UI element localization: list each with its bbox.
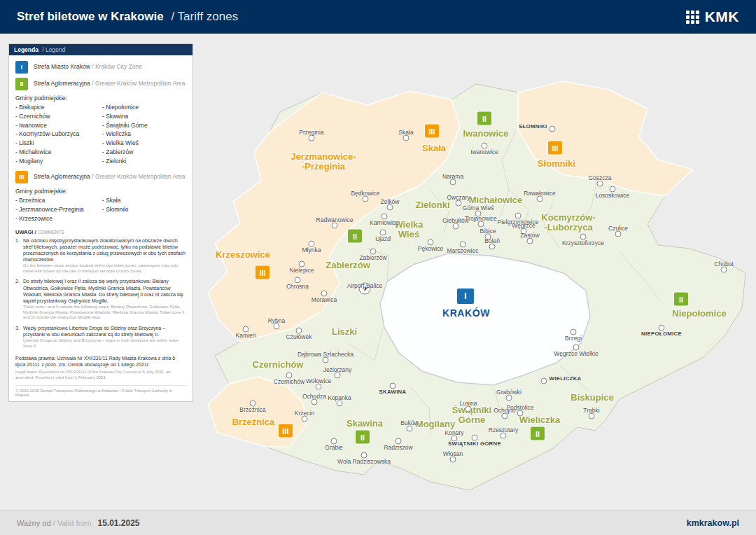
town-label: Włosan	[443, 450, 463, 457]
municipality-item: Wielka Wieś	[102, 139, 186, 148]
town-marker: SŁOMNIKI	[550, 126, 556, 132]
town-marker: NIEPOŁOMICE	[659, 325, 665, 331]
town-dot-icon	[541, 378, 547, 384]
town-label: WIELICZKA	[550, 375, 582, 382]
town-dot-icon	[550, 126, 556, 132]
town-label: Owczary	[447, 194, 470, 201]
town-marker: Podstolice	[517, 410, 524, 417]
zone-2-municipalities: BiskupiceCzernichówIwanowiceKocmyrzów-Lu…	[15, 103, 186, 165]
legend-title-pl: Legenda	[14, 46, 38, 53]
town-label: Chrosna	[286, 283, 309, 290]
town-marker: Włosan	[450, 457, 456, 463]
zone-label: Wieliczka	[519, 415, 560, 425]
town-dot-icon	[309, 135, 315, 141]
town-dot-icon	[721, 267, 727, 273]
zone-badge: III	[425, 125, 439, 138]
town-marker: Łososkowice	[610, 186, 616, 193]
town-dot-icon	[323, 357, 329, 363]
town-label: Airport Balice	[347, 282, 383, 289]
zone-3-municipalities: BrzeźnicaJerzmanowice-PrzeginiaKrzeszowi…	[15, 196, 186, 223]
zone-label: Słomniki	[538, 159, 575, 169]
zone-badge: II	[531, 427, 545, 440]
town-marker: Zabierzów	[370, 249, 377, 255]
town-marker: Goszcza	[597, 181, 603, 187]
town-marker: Rybna	[274, 324, 280, 330]
legend-panel: Legenda / Legend I Strefa Miasto Kraków …	[8, 43, 193, 402]
zone-label: Mogilany	[416, 419, 455, 429]
town-label: Pękowice	[418, 245, 443, 252]
comments-title: UWAGI / COMMENTS	[15, 229, 186, 235]
page-title-en: / Tariff zones	[171, 10, 238, 23]
zone-3-name: Strefa Aglomeracyjna / Greater Kraków Me…	[34, 171, 185, 181]
town-dot-icon	[597, 181, 603, 187]
town-label: Narama	[442, 173, 463, 180]
town-dot-icon	[312, 399, 318, 405]
town-label: Karniowice	[370, 219, 399, 226]
town-marker: Owczary	[456, 200, 462, 207]
town-dot-icon	[500, 433, 507, 439]
town-label: Zabierzów	[359, 254, 386, 261]
zone-label: Świątniki Górne	[452, 405, 491, 426]
zone-2-col-2: NiepołomiceSkawinaŚwiątniki GórneWielicz…	[102, 103, 186, 165]
town-label: Chobot	[714, 260, 733, 268]
town-label: Buków	[400, 419, 419, 426]
header-bar: Stref biletowe w Krakowie / Tariff zones…	[0, 0, 756, 34]
town-label: Będkowice	[351, 190, 379, 197]
municipality-item: Zabierzów	[102, 148, 186, 157]
town-dot-icon	[506, 395, 512, 401]
town-label: Przeginia	[299, 129, 323, 136]
municipality-item: Jerzmanowice-Przeginia	[15, 205, 99, 214]
town-label: Marszowiec	[447, 247, 479, 254]
town-marker: Będkowice	[363, 196, 369, 202]
zone-label: Zielonki	[415, 200, 449, 210]
zone-label: KRAKÓW	[442, 308, 490, 319]
town-marker: Krzysztoforzyce	[580, 234, 587, 240]
website-link[interactable]: kmkrakow.pl	[687, 518, 739, 528]
town-dot-icon	[527, 238, 533, 244]
town-label: Górna Wieś	[463, 204, 494, 211]
town-label: Skała	[398, 129, 413, 136]
town-marker: Węgrzce Wielkie	[573, 345, 580, 351]
municipality-item: Świątniki Górne	[102, 121, 186, 130]
town-label: Zastów	[520, 232, 539, 239]
town-dot-icon	[502, 413, 508, 419]
town-label: Wola Radziszowska	[337, 458, 391, 465]
town-marker: Rzeszotary	[500, 433, 507, 439]
town-label: Grabie	[325, 444, 343, 451]
zone-1-name: Strefa Miasto Kraków / Kraków City Zone	[34, 61, 142, 71]
town-label: Czułówek	[286, 333, 312, 340]
town-dot-icon	[450, 457, 456, 463]
town-label: Podstolice	[506, 404, 533, 411]
town-label: Młynka	[302, 246, 321, 253]
town-label: Rzeszotary	[489, 426, 519, 433]
town-label: Bibice	[479, 228, 496, 235]
town-marker: Wołowice	[316, 384, 322, 390]
town-label: Łososkowice	[596, 192, 630, 199]
town-label: NIEPOŁOMICE	[641, 331, 682, 337]
town-marker: Buków	[407, 426, 413, 432]
town-label: Iwanowice	[470, 148, 498, 155]
town-dot-icon	[363, 196, 369, 202]
town-dot-icon	[337, 401, 343, 407]
town-marker: ŚWIĄTNIKI GÓRNE	[472, 435, 478, 441]
town-label: Brzegi	[565, 335, 582, 342]
legend-body: I Strefa Miasto Kraków / Kraków City Zon…	[9, 55, 192, 401]
zone-label: Kocmyrzów- -Luborzyca	[541, 213, 595, 233]
town-marker: Radziszów	[396, 438, 402, 445]
town-marker: Trąbki	[589, 413, 595, 419]
zone-label: Iwanowice	[463, 129, 508, 139]
zone-label: Jerzmanowice- -Przeginia	[290, 152, 356, 172]
town-label: Węgrzce	[512, 222, 536, 229]
municipality-item: Czernichów	[15, 112, 99, 121]
kmk-logo-icon	[686, 11, 699, 24]
municipality-item: Krzeszowice	[15, 214, 99, 223]
town-marker: Brzegi	[570, 329, 577, 335]
town-label: Rawałowice	[524, 190, 555, 197]
town-marker: Czulice	[615, 231, 622, 237]
town-marker: Narama	[450, 179, 456, 186]
zone-label: Skała	[422, 144, 446, 153]
town-dot-icon	[302, 416, 308, 422]
legend-header: Legenda / Legend	[9, 44, 192, 55]
legend-zone-2: II Strefa Aglomeracyjna / Greater Kraków…	[15, 78, 186, 90]
zone-badge: I	[457, 289, 474, 304]
